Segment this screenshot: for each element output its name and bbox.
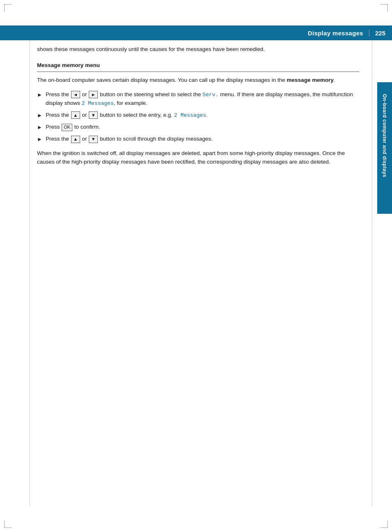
page-number: 225 (369, 30, 385, 37)
bullet-item-3: ► Press OK to confirm. (37, 123, 359, 132)
bullet-item-1: ► Press the ◄ or ► button on the steerin… (37, 90, 359, 108)
corner-mark-tl (4, 4, 12, 12)
bullet-list: ► Press the ◄ or ► button on the steerin… (37, 90, 359, 144)
btn-ok: OK (62, 124, 72, 131)
section-body: The on-board computer saves certain disp… (37, 76, 359, 85)
right-border-line (372, 25, 372, 507)
btn-down-2: ▼ (89, 111, 98, 119)
side-accent-block (377, 189, 392, 214)
bullet-item-4: ► Press the ▲ or ▼ button to scroll thro… (37, 135, 359, 143)
bullet-arrow-3: ► (37, 123, 42, 132)
bullet-text-1: Press the ◄ or ► button on the steering … (46, 90, 359, 108)
bullet-item-2: ► Press the ▲ or ▼ button to select the … (37, 111, 359, 120)
bullet-text-4: Press the ▲ or ▼ button to scroll throug… (46, 135, 359, 143)
corner-mark-br (380, 520, 388, 528)
btn-down-4: ▼ (89, 136, 98, 143)
bullet-text-2: Press the ▲ or ▼ button to select the en… (46, 111, 359, 120)
side-label-bar: On-board computer and displays (377, 82, 392, 189)
side-label-text: On-board computer and displays (382, 94, 387, 177)
menu-2messages-1: 2 Messages (82, 100, 114, 106)
menu-serv: Serv. (203, 92, 219, 98)
section-body-bold: message memory (287, 77, 334, 83)
header-bar: Display messages 225 (0, 25, 392, 40)
bullet-text-3: Press OK to confirm. (46, 123, 359, 132)
bullet-arrow-4: ► (37, 135, 42, 143)
bullet-arrow-2: ► (37, 111, 42, 120)
btn-right-1: ► (89, 91, 98, 98)
btn-left-1: ◄ (71, 91, 80, 98)
bullet-arrow-1: ► (37, 91, 42, 99)
corner-mark-tr (380, 4, 388, 12)
menu-2messages-2: 2 Messages (174, 112, 206, 118)
btn-up-2: ▲ (71, 111, 80, 119)
section-heading: Message memory menu (37, 61, 359, 72)
corner-mark-bl (4, 520, 12, 528)
closing-paragraph: When the ignition is switched off, all d… (37, 149, 359, 167)
left-border-line (30, 25, 30, 507)
btn-up-4: ▲ (71, 136, 80, 143)
main-content: shows these messages continuously until … (37, 45, 359, 167)
intro-paragraph: shows these messages continuously until … (37, 45, 359, 54)
section-body-text1: The on-board computer saves certain disp… (37, 77, 287, 83)
page-title: Display messages (308, 30, 363, 37)
section-body-text2: . (334, 77, 335, 83)
